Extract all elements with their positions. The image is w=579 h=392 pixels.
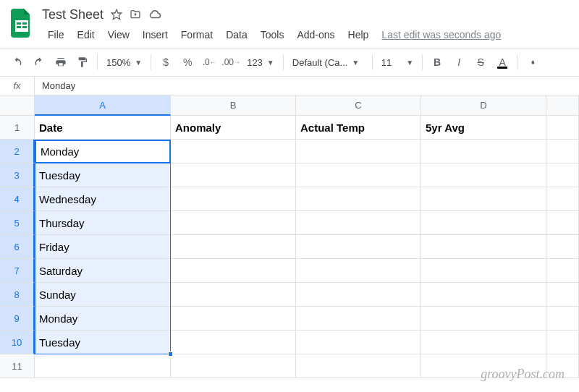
row-header-7[interactable]: 7	[0, 259, 35, 283]
cloud-status-icon[interactable]	[148, 8, 161, 21]
cell-A9[interactable]: Monday	[35, 307, 171, 331]
increase-decimal-button[interactable]: .00→	[221, 52, 241, 72]
cell-A6[interactable]: Friday	[35, 235, 171, 259]
menu-file[interactable]: File	[42, 26, 70, 43]
last-edit-link[interactable]: Last edit was seconds ago	[381, 29, 501, 41]
col-header-c[interactable]: C	[296, 95, 421, 116]
cell-A4[interactable]: Wednesday	[35, 187, 171, 211]
font-select[interactable]: Default (Ca...▼	[288, 52, 368, 72]
menu-help[interactable]: Help	[342, 26, 375, 43]
cell-B7[interactable]	[171, 259, 296, 283]
cell-A8[interactable]: Sunday	[35, 283, 171, 307]
col-header-e[interactable]	[546, 95, 579, 116]
cell-D9[interactable]	[421, 307, 546, 331]
cell-A7[interactable]: Saturday	[35, 259, 171, 283]
cell-A3[interactable]: Tuesday	[35, 163, 171, 187]
decrease-decimal-button[interactable]: .0←	[199, 52, 219, 72]
row-header-3[interactable]: 3	[0, 163, 35, 187]
zoom-select[interactable]: 150%▼	[102, 52, 146, 72]
cell-E9[interactable]	[546, 307, 579, 331]
cell-C10[interactable]	[296, 331, 421, 354]
row-header-11[interactable]: 11	[0, 354, 35, 378]
currency-button[interactable]: $	[156, 52, 176, 72]
row-header-2[interactable]: 2	[0, 140, 35, 163]
cell-B11[interactable]	[171, 354, 296, 378]
cell-E10[interactable]	[546, 331, 579, 354]
cell-B6[interactable]	[171, 235, 296, 259]
cell-C9[interactable]	[296, 307, 421, 331]
cell-C7[interactable]	[296, 259, 421, 283]
col-header-d[interactable]: D	[421, 95, 546, 116]
cell-E6[interactable]	[546, 235, 579, 259]
cell-B1[interactable]: Anomaly	[171, 116, 296, 140]
cell-D7[interactable]	[421, 259, 546, 283]
paint-format-button[interactable]	[72, 52, 93, 72]
format-select[interactable]: 123▼	[242, 52, 279, 72]
row-header-9[interactable]: 9	[0, 307, 35, 331]
cell-E3[interactable]	[546, 163, 579, 187]
cell-C11[interactable]	[296, 354, 421, 378]
cell-D1[interactable]: 5yr Avg	[421, 116, 546, 140]
cell-A11[interactable]	[35, 354, 171, 378]
cell-E1[interactable]	[546, 116, 579, 140]
text-color-button[interactable]: A	[492, 52, 512, 72]
cell-E5[interactable]	[546, 211, 579, 235]
cell-B8[interactable]	[171, 283, 296, 307]
cell-D11[interactable]	[421, 354, 546, 378]
move-folder-icon[interactable]	[130, 9, 141, 20]
cell-B9[interactable]	[171, 307, 296, 331]
menu-data[interactable]: Data	[220, 26, 253, 43]
cell-C1[interactable]: Actual Temp	[296, 116, 421, 140]
row-header-5[interactable]: 5	[0, 211, 35, 235]
cell-C6[interactable]	[296, 235, 421, 259]
row-header-8[interactable]: 8	[0, 283, 35, 307]
print-button[interactable]	[51, 52, 71, 72]
row-header-10[interactable]: 10	[0, 331, 35, 354]
sheets-logo[interactable]	[9, 6, 35, 41]
cell-E11[interactable]	[546, 354, 579, 378]
cell-A1[interactable]: Date	[35, 116, 171, 140]
cell-D4[interactable]	[421, 187, 546, 211]
cell-E4[interactable]	[546, 187, 579, 211]
undo-button[interactable]	[7, 52, 28, 72]
doc-title[interactable]: Test Sheet	[42, 7, 103, 22]
menu-addons[interactable]: Add-ons	[291, 26, 340, 43]
cell-A2[interactable]: Monday	[35, 140, 171, 163]
cell-B10[interactable]	[171, 331, 296, 354]
fill-color-button[interactable]	[522, 52, 542, 72]
redo-button[interactable]	[29, 52, 49, 72]
menu-tools[interactable]: Tools	[255, 26, 290, 43]
menu-format[interactable]: Format	[175, 26, 219, 43]
cell-B4[interactable]	[171, 187, 296, 211]
percent-button[interactable]: %	[177, 52, 198, 72]
cell-E2[interactable]	[546, 140, 579, 163]
cell-B5[interactable]	[171, 211, 296, 235]
star-icon[interactable]	[111, 9, 122, 20]
cell-D10[interactable]	[421, 331, 546, 354]
col-header-b[interactable]: B	[171, 95, 296, 116]
cell-C2[interactable]	[296, 140, 421, 163]
menu-insert[interactable]: Insert	[137, 26, 174, 43]
bold-button[interactable]: B	[427, 52, 447, 72]
row-header-6[interactable]: 6	[0, 235, 35, 259]
cell-B3[interactable]	[171, 163, 296, 187]
cell-C8[interactable]	[296, 283, 421, 307]
col-header-a[interactable]: A	[35, 95, 171, 116]
select-all-corner[interactable]	[0, 95, 35, 116]
cell-C5[interactable]	[296, 211, 421, 235]
strikethrough-button[interactable]: S	[470, 52, 491, 72]
cell-D8[interactable]	[421, 283, 546, 307]
fx-input[interactable]: Monday	[35, 80, 579, 91]
cell-D6[interactable]	[421, 235, 546, 259]
cell-B2[interactable]	[171, 140, 296, 163]
cell-E7[interactable]	[546, 259, 579, 283]
row-header-1[interactable]: 1	[0, 116, 35, 140]
cell-C4[interactable]	[296, 187, 421, 211]
cell-D3[interactable]	[421, 163, 546, 187]
cell-A10[interactable]: Tuesday	[35, 331, 171, 354]
cell-D5[interactable]	[421, 211, 546, 235]
cell-A5[interactable]: Thursday	[35, 211, 171, 235]
cell-C3[interactable]	[296, 163, 421, 187]
menu-edit[interactable]: Edit	[72, 26, 101, 43]
font-size-select[interactable]: 11▼	[377, 52, 418, 72]
